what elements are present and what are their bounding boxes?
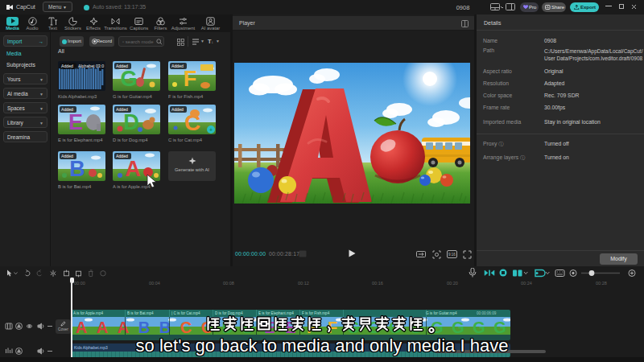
svg-text:Added: Added [61, 107, 73, 112]
svg-text:Added: Added [116, 154, 128, 158]
svg-text:Added: Added [171, 64, 184, 68]
svg-text:G: G [493, 319, 506, 335]
svg-text:A: A [97, 319, 108, 335]
svg-text:A: A [76, 319, 87, 335]
svg-text:C: C [180, 319, 192, 335]
svg-text:B: B [138, 319, 150, 335]
svg-text:G: G [120, 67, 137, 91]
svg-text:B: B [69, 157, 85, 181]
svg-text:D: D [123, 110, 139, 134]
svg-text:Added: Added [61, 154, 73, 158]
svg-text:F: F [184, 67, 197, 91]
svg-text:+: + [209, 127, 213, 133]
svg-text:G: G [473, 319, 485, 335]
svg-text:Alphabet 03:0: Alphabet 03:0 [78, 64, 104, 68]
svg-text:G: G [452, 319, 464, 335]
svg-text:Added: Added [171, 107, 184, 112]
svg-text:Added: Added [61, 64, 73, 68]
svg-text:9:16: 9:16 [448, 253, 456, 257]
svg-text:E: E [68, 110, 83, 134]
svg-text:A: A [118, 319, 129, 335]
svg-text:Added: Added [116, 64, 128, 68]
svg-text:Added: Added [116, 107, 128, 112]
svg-text:A: A [125, 157, 141, 181]
